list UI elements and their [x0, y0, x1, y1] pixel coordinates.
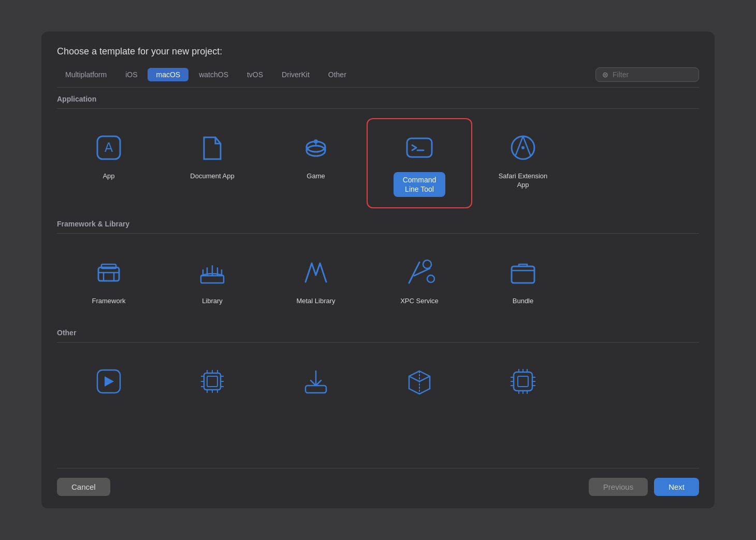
item-command-line-tool[interactable]: CommandLine Tool — [368, 119, 471, 207]
filter-icon: ⊜ — [602, 70, 608, 79]
svg-marker-31 — [105, 376, 114, 387]
chip-icon — [194, 363, 230, 400]
svg-point-27 — [423, 260, 431, 268]
item-xpc-service-label: XPC Service — [400, 297, 439, 306]
filter-input[interactable] — [613, 70, 692, 79]
filter-box[interactable]: ⊜ — [595, 67, 699, 82]
item-metal-library-label: Metal Library — [296, 297, 335, 306]
tabs-filter-bar: Multiplatform iOS macOS watchOS tvOS Dri… — [57, 67, 699, 88]
item-bundle[interactable]: Bundle — [471, 244, 575, 316]
previous-button[interactable]: Previous — [589, 478, 648, 496]
item-app-label: App — [103, 172, 114, 181]
content-area: Application A App Documen — [57, 88, 699, 463]
tab-other[interactable]: Other — [320, 68, 355, 81]
library-icon — [194, 254, 230, 291]
box-icon — [401, 363, 438, 400]
footer-right-buttons: Previous Next — [589, 478, 699, 496]
dialog-title: Choose a template for your new project: — [57, 46, 699, 57]
item-download[interactable] — [264, 353, 368, 416]
item-game-label: Game — [307, 172, 325, 181]
svg-point-28 — [427, 275, 434, 282]
tab-tvos[interactable]: tvOS — [239, 68, 271, 81]
command-line-icon — [401, 130, 438, 166]
item-audio[interactable] — [57, 353, 161, 416]
svg-point-6 — [314, 139, 318, 144]
item-app[interactable]: A App — [57, 119, 161, 207]
item-framework-label: Framework — [92, 297, 125, 306]
section-application: Application — [57, 88, 699, 109]
item-safari-extension-app-label: Safari ExtensionApp — [499, 172, 548, 190]
item-command-line-tool-label: CommandLine Tool — [394, 172, 446, 197]
platform-tabs: Multiplatform iOS macOS watchOS tvOS Dri… — [57, 68, 355, 81]
section-framework-library: Framework & Library — [57, 212, 699, 234]
svg-point-13 — [521, 146, 525, 149]
chip2-icon — [505, 363, 541, 400]
xpc-service-icon — [401, 254, 438, 291]
framework-library-items-grid: Framework Library — [57, 234, 699, 321]
bundle-icon — [505, 254, 541, 291]
item-xpc-service[interactable]: XPC Service — [368, 244, 471, 316]
svg-line-12 — [516, 136, 523, 155]
svg-rect-29 — [512, 266, 534, 283]
svg-rect-18 — [101, 264, 116, 268]
tab-watchos[interactable]: watchOS — [191, 68, 237, 81]
download-icon — [298, 363, 334, 400]
tab-multiplatform[interactable]: Multiplatform — [57, 68, 115, 81]
audio-icon — [91, 363, 127, 400]
svg-rect-32 — [204, 373, 221, 390]
svg-rect-8 — [407, 138, 432, 157]
other-items-grid — [57, 343, 699, 421]
item-framework[interactable]: Framework — [57, 244, 161, 316]
item-bundle-label: Bundle — [513, 297, 533, 306]
template-dialog: Choose a template for your new project: … — [41, 32, 715, 508]
next-button[interactable]: Next — [654, 478, 699, 496]
tab-driverkit[interactable]: DriverKit — [273, 68, 318, 81]
document-app-icon — [194, 130, 230, 166]
item-library-label: Library — [202, 297, 223, 306]
game-icon — [298, 130, 334, 166]
svg-rect-46 — [306, 386, 326, 393]
item-metal-library[interactable]: Metal Library — [264, 244, 368, 316]
item-library[interactable]: Library — [161, 244, 264, 316]
item-document-app-label: Document App — [190, 172, 234, 181]
svg-line-11 — [523, 136, 530, 155]
svg-rect-19 — [201, 276, 224, 283]
item-chip2[interactable] — [471, 353, 575, 416]
app-icon: A — [91, 130, 127, 166]
item-box[interactable] — [368, 353, 471, 416]
metal-library-icon — [298, 254, 334, 291]
safari-extension-icon — [505, 130, 541, 166]
item-game[interactable]: Game — [264, 119, 368, 207]
svg-rect-49 — [518, 376, 528, 387]
svg-text:A: A — [105, 140, 113, 155]
item-chip[interactable] — [161, 353, 264, 416]
item-document-app[interactable]: Document App — [161, 119, 264, 207]
item-safari-extension-app[interactable]: Safari ExtensionApp — [471, 119, 575, 207]
svg-rect-33 — [207, 376, 217, 387]
dialog-footer: Cancel Previous Next — [57, 468, 699, 496]
tab-macos[interactable]: macOS — [148, 68, 188, 81]
svg-line-25 — [409, 262, 419, 283]
framework-icon — [91, 254, 127, 291]
svg-rect-48 — [514, 372, 532, 391]
svg-rect-14 — [98, 267, 119, 281]
cancel-button[interactable]: Cancel — [57, 478, 110, 496]
tab-ios[interactable]: iOS — [117, 68, 146, 81]
section-other: Other — [57, 321, 699, 343]
application-items-grid: A App Document App — [57, 109, 699, 212]
